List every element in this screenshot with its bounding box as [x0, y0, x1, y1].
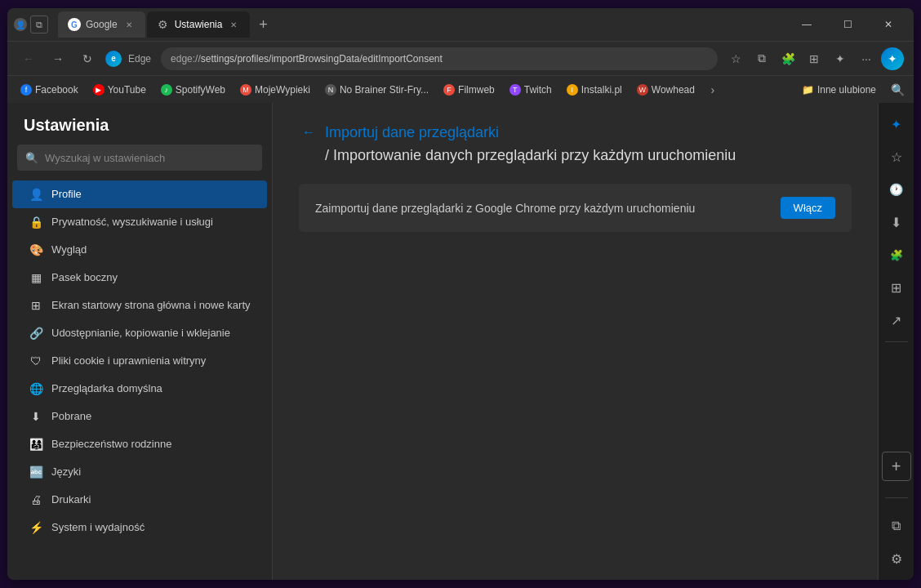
copilot-icon[interactable]: ✦ [829, 47, 852, 70]
sidebar-item-family[interactable]: 👨‍👩‍👧 Bezpieczeństwo rodzinne [12, 430, 267, 458]
more-button[interactable]: ··· [855, 47, 878, 70]
tab-settings-label: Ustawienia [175, 19, 223, 30]
mojewypieki-label: MojeWypieki [255, 84, 310, 96]
profile-icon: 👤 [29, 187, 43, 202]
forward-button[interactable]: → [47, 47, 69, 70]
split-screen-icon[interactable]: ⧉ [750, 47, 773, 70]
sidebar-search[interactable]: 🔍 Wyszukaj w ustawieniach [17, 145, 262, 171]
tab-google[interactable]: G Google ✕ [58, 11, 145, 38]
filmweb-icon: F [443, 84, 455, 96]
filmweb-label: Filmweb [458, 84, 495, 96]
sidebar-item-appearance[interactable]: 🎨 Wygląd [12, 236, 267, 264]
import-card: Zaimportuj dane przeglądarki z Google Ch… [299, 184, 852, 232]
sidebar-item-sharing-label: Udostępnianie, kopiowanie i wklejanie [51, 327, 251, 341]
sidebar-item-privacy[interactable]: 🔒 Prywatność, wyszukiwanie i usługi [12, 208, 267, 236]
rs-settings-icon[interactable]: ⚙ [882, 544, 911, 573]
mojewypieki-icon: M [240, 84, 251, 96]
favorites-icon[interactable]: ☆ [724, 47, 747, 70]
tab-switcher[interactable]: ⧉ [30, 16, 48, 33]
google-favicon: G [68, 18, 81, 31]
tab-google-label: Google [86, 19, 118, 30]
bookmarks-search-icon[interactable]: 🔍 [888, 80, 907, 100]
breadcrumb: ← Importuj dane przeglądarki [299, 122, 852, 142]
back-arrow-button[interactable]: ← [299, 122, 318, 142]
sidebar-item-newtab[interactable]: ⊞ Ekran startowy strona główna i nowe ka… [12, 292, 267, 319]
maximize-button[interactable]: ☐ [829, 11, 866, 38]
rs-favorites-icon[interactable]: ☆ [882, 142, 911, 172]
sidebar-item-languages[interactable]: 🔤 Języki [12, 458, 267, 486]
tab-google-close[interactable]: ✕ [122, 18, 136, 31]
back-button[interactable]: ← [17, 47, 40, 70]
sidebar-item-sidebar-label: Pasek boczny [51, 271, 251, 285]
address-bar: ← → ↻ e Edge edge://settings/profiles/im… [7, 41, 914, 75]
profile-avatar[interactable]: 👤 [14, 18, 27, 31]
privacy-icon: 🔒 [29, 215, 43, 229]
content-area: Ustawienia 🔍 Wyszukaj w ustawieniach 👤 P… [7, 103, 914, 580]
tab-group: G Google ✕ ⚙ Ustawienia ✕ + [58, 11, 785, 38]
refresh-button[interactable]: ↻ [76, 47, 99, 70]
downloads-icon: ⬇ [29, 409, 43, 424]
enable-button[interactable]: Włącz [781, 197, 835, 219]
inne-ulubione-folder[interactable]: 📁 Inne ulubione [795, 81, 883, 99]
bookmark-facebook[interactable]: f Facebook [14, 81, 85, 99]
address-actions: ☆ ⧉ 🧩 ⊞ ✦ ··· ✦ [724, 47, 904, 70]
title-bar: 👤 ⧉ G Google ✕ ⚙ Ustawienia ✕ + — ☐ ✕ [7, 8, 914, 41]
url-scheme: edge:// [171, 53, 201, 65]
bookmark-wowhead[interactable]: W Wowhead [630, 81, 701, 99]
url-path: settings/profiles/importBrowsingData/edi… [201, 53, 443, 65]
bookmark-nobrainer[interactable]: N No Brainer Stir-Fry... [318, 81, 435, 99]
copilot-avatar[interactable]: ✦ [881, 47, 904, 70]
bookmark-instalki[interactable]: I Instalki.pl [560, 81, 629, 99]
rs-copilot-icon[interactable]: ✦ [882, 109, 911, 139]
rs-extensions-icon[interactable]: 🧩 [882, 240, 911, 270]
sidebar-item-profile[interactable]: 👤 Profile [12, 180, 267, 208]
nobrainer-label: No Brainer Stir-Fry... [340, 84, 429, 96]
sidebar-item-system[interactable]: ⚡ System i wydajność [12, 514, 267, 541]
minimize-button[interactable]: — [788, 11, 825, 38]
rs-divider [885, 341, 908, 342]
nobrainer-icon: N [325, 84, 336, 96]
wowhead-label: Wowhead [652, 84, 695, 96]
sidebar-item-default-browser-label: Przeglądarka domyślna [51, 382, 251, 396]
sidebar-item-cookies[interactable]: 🛡 Pliki cookie i uprawnienia witryny [12, 347, 267, 375]
youtube-label: YouTube [108, 84, 146, 96]
rs-history-icon[interactable]: 🕐 [882, 175, 911, 204]
extensions-icon[interactable]: 🧩 [776, 47, 799, 70]
breadcrumb-link[interactable]: Importuj dane przeglądarki [325, 124, 499, 141]
url-field[interactable]: edge://settings/profiles/importBrowsingD… [161, 47, 718, 70]
rs-add-button[interactable]: + [882, 452, 911, 481]
sidebar-item-sharing[interactable]: 🔗 Udostępnianie, kopiowanie i wklejanie [12, 319, 267, 347]
close-button[interactable]: ✕ [870, 11, 907, 38]
bookmarks-more-button[interactable]: › [703, 80, 723, 100]
folder-icon: 📁 [802, 84, 814, 96]
bookmark-twitch[interactable]: T Twitch [503, 81, 558, 99]
rs-share-icon[interactable]: ↗ [882, 305, 911, 335]
sidebar-item-default-browser[interactable]: 🌐 Przeglądarka domyślna [12, 375, 267, 403]
sidebar-item-sidebar[interactable]: ▦ Pasek boczny [12, 264, 267, 292]
rs-divider-bottom [885, 497, 908, 498]
new-tab-button[interactable]: + [251, 13, 274, 36]
tab-settings[interactable]: ⚙ Ustawienia ✕ [147, 11, 251, 38]
rs-split-icon[interactable]: ⧉ [882, 511, 911, 541]
system-icon: ⚡ [29, 520, 43, 535]
rs-downloads-icon[interactable]: ⬇ [882, 207, 911, 237]
collections-icon[interactable]: ⊞ [803, 47, 825, 70]
bookmark-filmweb[interactable]: F Filmweb [437, 81, 501, 99]
sidebar-item-downloads[interactable]: ⬇ Pobrane [12, 403, 267, 430]
import-text: Zaimportuj dane przeglądarki z Google Ch… [315, 202, 695, 215]
tab-settings-close[interactable]: ✕ [227, 18, 240, 31]
bookmark-youtube[interactable]: ▶ YouTube [87, 81, 153, 99]
bookmark-spotify[interactable]: ♪ SpotifyWeb [154, 81, 232, 99]
bookmark-mojewypieki[interactable]: M MojeWypieki [234, 81, 317, 99]
facebook-icon: f [20, 84, 32, 96]
youtube-icon: ▶ [93, 84, 105, 96]
sidebar-item-printers[interactable]: 🖨 Drukarki [12, 486, 267, 514]
instalki-label: Instalki.pl [581, 84, 622, 96]
sidebar-item-cookies-label: Pliki cookie i uprawnienia witryny [51, 354, 251, 368]
default-browser-icon: 🌐 [29, 381, 43, 396]
rs-collections-icon[interactable]: ⊞ [882, 273, 911, 302]
family-icon: 👨‍👩‍👧 [29, 437, 43, 452]
sidebar-item-family-label: Bezpieczeństwo rodzinne [51, 438, 251, 452]
twitch-label: Twitch [524, 84, 552, 96]
sidebar-item-system-label: System i wydajność [51, 521, 251, 535]
